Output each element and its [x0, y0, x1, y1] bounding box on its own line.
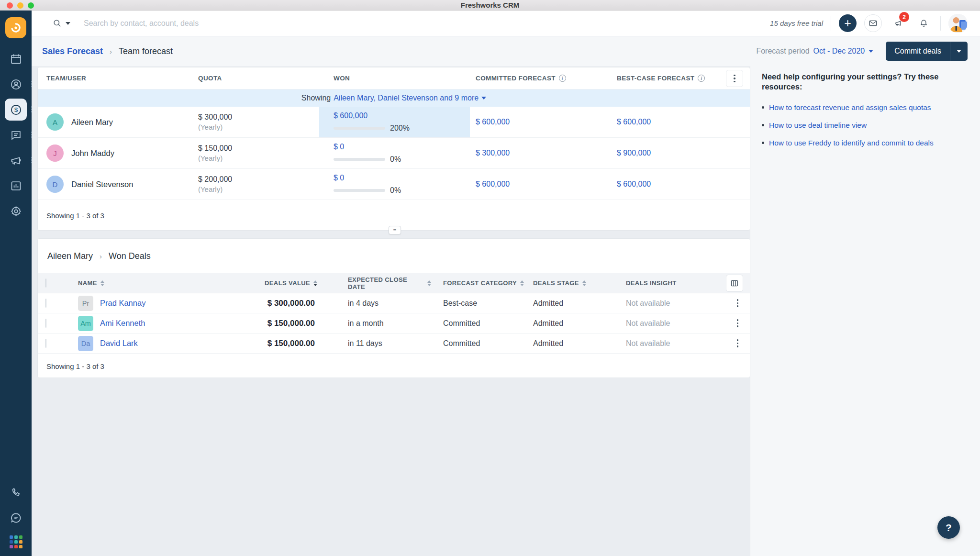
column-forecast-category[interactable]: FORECAST CATEGORY [431, 279, 524, 287]
trial-status: 15 days free trial [770, 19, 823, 27]
help-fab-button[interactable]: ? [937, 516, 960, 539]
deal-avatar: Da [78, 336, 93, 351]
sidebar-item-deals[interactable]: $ [5, 99, 27, 121]
sort-desc-icon [313, 280, 317, 286]
column-settings-button[interactable] [726, 275, 743, 292]
deal-row-menu-button[interactable] [737, 299, 739, 307]
help-resources-panel: Need help configuring your settings? Try… [762, 72, 972, 156]
calendar-icon [10, 53, 22, 66]
quota-period: (Yearly) [198, 154, 319, 162]
column-deals-stage[interactable]: DEALS STAGE [524, 279, 618, 287]
row-checkbox[interactable] [45, 299, 46, 308]
best-case-forecast-link[interactable]: $ 600,000 [608, 180, 750, 189]
search-input[interactable] [84, 19, 333, 28]
best-case-forecast-link[interactable]: $ 900,000 [608, 149, 750, 157]
email-button[interactable] [864, 14, 882, 32]
forecast-period-caret-icon[interactable] [869, 50, 873, 53]
committed-forecast-link[interactable]: $ 300,000 [470, 149, 608, 157]
select-all-checkbox[interactable] [45, 278, 46, 288]
sidebar-item-calendar[interactable] [5, 48, 27, 70]
won-deals-table: Aileen Mary › Won Deals NAME DEALS VALUE… [37, 238, 750, 378]
screen: Freshworks CRM $ [0, 0, 980, 556]
page-header-actions: Forecast period Oct - Dec 2020 Commit de… [756, 42, 968, 61]
whats-new-button[interactable]: 2 [890, 14, 907, 32]
column-committed-forecast: COMMITTED FORECASTi [470, 75, 608, 82]
sidebar-item-support-chat[interactable] [5, 507, 27, 529]
info-icon[interactable]: i [559, 75, 566, 82]
search-icon[interactable] [53, 19, 62, 28]
deals-table-count: Showing 1 - 3 of 3 [38, 354, 750, 378]
quick-add-button[interactable]: + [839, 14, 857, 32]
won-amount-link[interactable]: $ 0 [334, 174, 470, 182]
forecast-period-select[interactable]: Oct - Dec 2020 [813, 47, 865, 56]
deal-name-link[interactable]: Ami Kenneth [100, 319, 145, 328]
quota-period: (Yearly) [198, 185, 319, 193]
close-window-button[interactable] [7, 2, 13, 9]
panel-resize-handle[interactable]: = [389, 226, 401, 234]
banner-users-link[interactable]: Aileen Mary, Daniel Stevenson and 9 more [334, 94, 479, 102]
quota-value: $ 150,000 [198, 144, 319, 153]
row-checkbox[interactable] [45, 319, 46, 328]
column-quota: QUOTA [192, 75, 319, 82]
won-amount-link[interactable]: $ 600,000 [334, 111, 470, 120]
forecast-table-menu-button[interactable] [726, 70, 743, 87]
help-link-item: How to forecast revenue and assign sales… [762, 103, 972, 112]
deal-close-date: in a month [338, 319, 431, 328]
deal-stage: Admitted [524, 299, 618, 308]
column-deals-value[interactable]: DEALS VALUE [254, 279, 338, 287]
breadcrumb-sales-forecast[interactable]: Sales Forecast [42, 46, 103, 56]
banner-caret-icon[interactable] [481, 97, 486, 100]
page-title: Team forecast [119, 46, 173, 56]
zoom-window-button[interactable] [28, 2, 34, 9]
sidebar-item-analytics[interactable] [5, 175, 27, 197]
deal-name-link[interactable]: David Lark [100, 339, 138, 348]
deal-value: $ 150,000.00 [254, 319, 338, 328]
sidebar-item-conversations[interactable] [5, 124, 27, 146]
commit-deals-button[interactable]: Commit deals [886, 42, 950, 61]
apps-switcher-icon[interactable] [10, 535, 22, 548]
forecast-row-daniel-stevenson: DDaniel Stevenson $ 200,000(Yearly) $ 0 … [38, 169, 750, 200]
sidebar-item-settings[interactable] [5, 200, 27, 222]
deals-table-header: NAME DEALS VALUE EXPECTED CLOSE DATE FOR… [38, 273, 750, 293]
user-avatar[interactable] [948, 14, 968, 33]
sidebar-item-contacts[interactable] [5, 73, 27, 95]
sidebar-item-campaigns[interactable] [5, 149, 27, 171]
column-expected-close-date[interactable]: EXPECTED CLOSE DATE [338, 276, 431, 290]
quota-period: (Yearly) [198, 123, 319, 131]
deals-breadcrumb: Aileen Mary › Won Deals [38, 239, 750, 273]
forecast-table-header: TEAM/USER QUOTA WON COMMITTED FORECASTi … [38, 67, 750, 89]
notifications-button[interactable] [915, 14, 933, 32]
svg-text:$: $ [14, 106, 17, 113]
deal-row-menu-button[interactable] [737, 319, 739, 327]
freshworks-logo-icon[interactable] [5, 17, 26, 38]
progress-bar [334, 189, 385, 192]
progress-bar [334, 158, 385, 161]
megaphone-icon [10, 154, 22, 167]
committed-forecast-link[interactable]: $ 600,000 [470, 118, 608, 126]
won-cell: $ 0 0% [319, 169, 470, 200]
deal-name-link[interactable]: Prad Kannay [100, 299, 145, 308]
minimize-window-button[interactable] [17, 2, 23, 9]
won-percent: 200% [390, 124, 410, 133]
sort-icon [427, 280, 431, 286]
breadcrumb: Sales Forecast › Team forecast [42, 46, 173, 56]
sidebar-item-phone[interactable] [5, 481, 27, 503]
forecast-row-aileen-mary: AAileen Mary $ 300,000(Yearly) $ 600,000… [38, 107, 750, 138]
deal-row-menu-button[interactable] [737, 339, 739, 347]
help-link-deal-timeline[interactable]: How to use deal timeline view [769, 121, 867, 130]
help-link-freddy[interactable]: How to use Freddy to identify and commit… [769, 138, 934, 148]
deal-stage: Admitted [524, 339, 618, 348]
deal-forecast-category: Committed [431, 339, 524, 348]
row-checkbox[interactable] [45, 339, 46, 348]
search-scope-caret-icon[interactable] [66, 22, 70, 25]
showing-users-banner: Showing Aileen Mary, Daniel Stevenson an… [38, 89, 750, 107]
column-name[interactable]: NAME [63, 279, 254, 287]
info-icon[interactable]: i [698, 75, 705, 82]
help-link-forecast-revenue[interactable]: How to forecast revenue and assign sales… [769, 103, 931, 112]
committed-forecast-link[interactable]: $ 600,000 [470, 180, 608, 189]
commit-deals-menu-button[interactable] [950, 42, 968, 61]
best-case-forecast-link[interactable]: $ 600,000 [608, 118, 750, 126]
won-amount-link[interactable]: $ 0 [334, 143, 470, 151]
forecast-period-label: Forecast period [756, 47, 809, 56]
analytics-icon [10, 179, 22, 192]
